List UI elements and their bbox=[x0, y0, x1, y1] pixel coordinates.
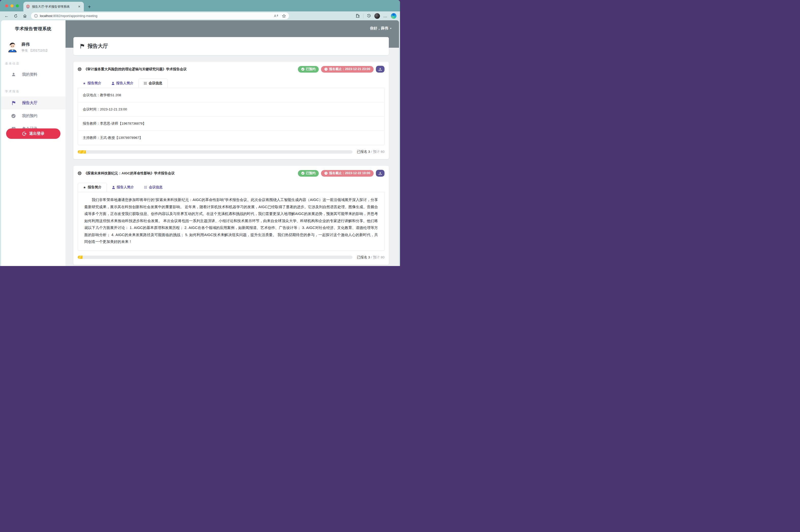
minimize-window-button[interactable] bbox=[11, 4, 14, 7]
meeting-tabs: ★ 报告简介 报告人简介 会议信息 bbox=[78, 79, 385, 88]
tab-meeting-info[interactable]: 会议信息 bbox=[139, 183, 168, 192]
info-row-time: 会议时间：2023-12-21 23:00 bbox=[78, 102, 384, 116]
tab-speaker-intro[interactable]: 报告人简介 bbox=[107, 79, 139, 88]
enrollment-label: 已报名 3 / 预计 60 bbox=[357, 150, 385, 154]
favorites-star-icon[interactable] bbox=[282, 14, 286, 18]
person-icon bbox=[112, 186, 115, 189]
tab-speaker-intro[interactable]: 报告人简介 bbox=[107, 183, 139, 192]
page-frame: 学术报告管理系统 薛伟 学生 【20171101】 bbox=[0, 20, 400, 266]
download-button[interactable] bbox=[376, 170, 385, 177]
content: 报告大厅 《审计服务重大风险防控的理论逻辑与关键研究问题》学术报告会议 bbox=[66, 20, 399, 266]
meeting-title: 《探索未来科技新纪元：AIGC的革命性影响》学术报告会议 bbox=[78, 171, 175, 176]
sidebar-item-report-hall[interactable]: 报告大厅 bbox=[1, 96, 66, 109]
traffic-lights bbox=[5, 4, 19, 7]
page-title-card: 报告大厅 bbox=[73, 37, 389, 55]
app-title: 学术报告管理系统 bbox=[1, 20, 66, 32]
meeting-title: 《审计服务重大风险防控的理论逻辑与关键研究问题》学术报告会议 bbox=[78, 67, 187, 72]
more-menu-icon[interactable]: … bbox=[383, 14, 388, 18]
clock-icon bbox=[324, 172, 328, 175]
extensions-icon[interactable] bbox=[356, 14, 360, 18]
tab-title: 报告大厅-学术报告管理系统 bbox=[32, 4, 75, 9]
info-row-speaker: 报告教师：李思思-讲师【19678736879】 bbox=[78, 116, 384, 131]
sidebar: 学术报告管理系统 薛伟 学生 【20171101】 bbox=[1, 20, 66, 266]
grid-icon bbox=[144, 82, 147, 85]
enrollment-progress: 已报名 3 / 预计 60 bbox=[78, 150, 385, 154]
report-intro-panel: 我们非常荣幸地邀请您参加即将举行的“探索未来科技新纪元：AIGC的革命性影响”学… bbox=[78, 192, 385, 251]
download-icon bbox=[378, 172, 382, 175]
url-host: localhost bbox=[40, 14, 52, 18]
logout-icon bbox=[22, 132, 27, 136]
user-name: 薛伟 bbox=[22, 42, 49, 47]
meeting-tabs: ★ 报告简介 报告人简介 会议信息 bbox=[78, 183, 385, 192]
report-description: 我们非常荣幸地邀请您参加即将举行的“探索未来科技新纪元：AIGC的革命性影响”学… bbox=[78, 192, 384, 250]
flag-icon bbox=[80, 44, 85, 49]
tab-report-intro[interactable]: ★ 报告简介 bbox=[78, 183, 107, 192]
page-title: 报告大厅 bbox=[88, 43, 108, 50]
read-aloud-icon[interactable]: A bbox=[274, 14, 278, 18]
profile-avatar[interactable] bbox=[374, 13, 380, 19]
deadline-badge: 报名截止：2023-12-22 10:00 bbox=[321, 170, 374, 177]
new-tab-button[interactable]: + bbox=[88, 4, 91, 10]
clock-icon bbox=[324, 68, 328, 71]
tab-close-icon[interactable]: ✕ bbox=[77, 5, 81, 8]
history-icon[interactable] bbox=[367, 14, 371, 18]
progress-track bbox=[78, 255, 353, 259]
home-icon[interactable] bbox=[22, 13, 28, 19]
zoom-window-button[interactable] bbox=[16, 4, 19, 7]
site-info-icon[interactable] bbox=[34, 14, 38, 18]
meeting-card: 《审计服务重大风险防控的理论逻辑与关键研究问题》学术报告会议 已预约 报名截止：… bbox=[73, 62, 389, 159]
section-academic-report: 学术报告 bbox=[5, 90, 66, 93]
back-icon[interactable]: ← bbox=[3, 13, 10, 19]
check-circle-icon bbox=[301, 68, 304, 71]
reserved-badge: 已预约 bbox=[298, 66, 319, 73]
check-circle-icon bbox=[301, 172, 304, 175]
user-avatar bbox=[6, 41, 18, 53]
progress-fill bbox=[78, 150, 86, 154]
sidebar-item-my-reservations[interactable]: 我的预约 bbox=[1, 109, 66, 122]
enrollment-progress: 已报名 3 / 预计 80 bbox=[78, 255, 385, 260]
toolbar-divider bbox=[363, 14, 364, 18]
copilot-icon[interactable] bbox=[391, 13, 396, 19]
browser-titlebar: 报告大厅-学术报告管理系统 ✕ + bbox=[0, 0, 400, 12]
flag-icon bbox=[11, 101, 16, 105]
user-role: 学生 【20171101】 bbox=[22, 49, 49, 53]
person-icon bbox=[11, 72, 16, 77]
logout-label: 退出登录 bbox=[29, 131, 44, 136]
browser-tab[interactable]: 报告大厅-学术报告管理系统 ✕ bbox=[23, 2, 84, 12]
refresh-icon[interactable] bbox=[13, 13, 19, 19]
download-button[interactable] bbox=[376, 66, 385, 73]
user-card: 薛伟 学生 【20171101】 bbox=[6, 41, 66, 53]
info-row-location: 会议地点：教学楼S1 208 bbox=[78, 88, 384, 102]
close-window-button[interactable] bbox=[5, 4, 8, 7]
browser-window: 报告大厅-学术报告管理系统 ✕ + ← localhost:8082/repor… bbox=[0, 0, 400, 266]
url-text: localhost:8082/report/appointing-meeting bbox=[40, 14, 97, 18]
enrollment-label: 已报名 3 / 预计 80 bbox=[357, 255, 385, 260]
section-basic-info: 基本信息 bbox=[5, 62, 66, 65]
info-row-host: 主持教师：王武-教授【13978978967】 bbox=[78, 131, 384, 145]
person-icon bbox=[111, 82, 114, 85]
sidebar-item-label: 我的预约 bbox=[22, 113, 37, 118]
logout-button[interactable]: 退出登录 bbox=[6, 129, 60, 139]
deadline-badge: 报名截止：2023-12-21 23:00 bbox=[321, 66, 374, 73]
star-icon: ★ bbox=[83, 186, 86, 189]
grid-icon bbox=[144, 186, 147, 189]
meeting-info-panel: 会议地点：教学楼S1 208 会议时间：2023-12-21 23:00 报告教… bbox=[78, 88, 385, 145]
star-icon: ★ bbox=[83, 82, 86, 85]
download-icon bbox=[378, 68, 382, 71]
url-path: :8082/report/appointing-meeting bbox=[52, 14, 97, 18]
meeting-card: 《探索未来科技新纪元：AIGC的革命性影响》学术报告会议 已预约 报名截止：20… bbox=[73, 166, 389, 265]
svg-text:A: A bbox=[274, 14, 276, 18]
browser-toolbar: ← localhost:8082/report/appointing-meeti… bbox=[0, 12, 400, 20]
sidebar-item-label: 报告大厅 bbox=[22, 100, 37, 105]
site-favicon-icon bbox=[26, 4, 30, 8]
life-ring-icon bbox=[78, 171, 81, 175]
progress-track bbox=[78, 150, 353, 154]
reserved-badge: 已预约 bbox=[298, 170, 319, 177]
tab-meeting-info[interactable]: 会议信息 bbox=[138, 79, 168, 88]
sidebar-item-label: 我的资料 bbox=[22, 72, 37, 77]
tab-report-intro[interactable]: ★ 报告简介 bbox=[78, 79, 107, 88]
sidebar-item-profile[interactable]: 我的资料 bbox=[1, 68, 66, 81]
address-bar[interactable]: localhost:8082/report/appointing-meeting… bbox=[31, 13, 289, 19]
progress-fill bbox=[78, 255, 82, 259]
life-ring-icon bbox=[78, 67, 81, 71]
